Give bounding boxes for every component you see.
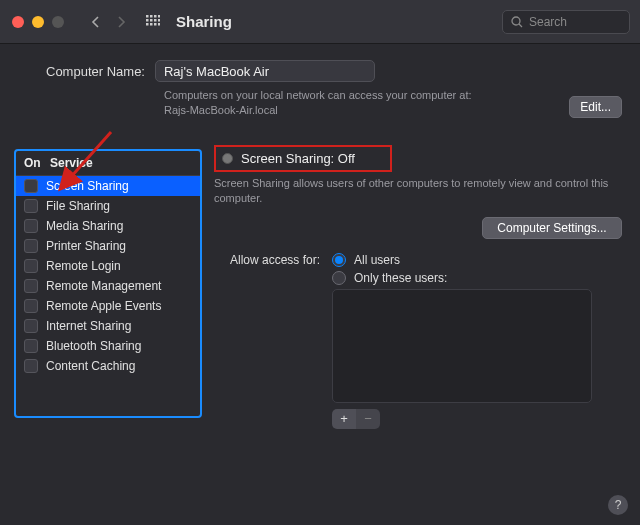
svg-rect-0 bbox=[146, 15, 149, 18]
svg-rect-2 bbox=[154, 15, 157, 18]
service-row[interactable]: Bluetooth Sharing bbox=[16, 336, 200, 356]
svg-line-13 bbox=[519, 24, 522, 27]
svg-rect-11 bbox=[158, 23, 160, 26]
status-text: Screen Sharing: Off bbox=[241, 151, 355, 166]
radio-only-these-users-label: Only these users: bbox=[354, 271, 447, 285]
svg-rect-6 bbox=[154, 19, 157, 22]
service-row[interactable]: Internet Sharing bbox=[16, 316, 200, 336]
svg-rect-10 bbox=[154, 23, 157, 26]
remove-user-button[interactable]: − bbox=[356, 409, 380, 429]
service-row[interactable]: Remote Management bbox=[16, 276, 200, 296]
computer-settings-button[interactable]: Computer Settings... bbox=[482, 217, 622, 239]
chevron-right-icon bbox=[117, 16, 126, 28]
show-all-button[interactable] bbox=[140, 10, 166, 34]
help-button[interactable]: ? bbox=[608, 495, 628, 515]
service-row[interactable]: Media Sharing bbox=[16, 216, 200, 236]
service-enable-checkbox[interactable] bbox=[24, 259, 38, 273]
services-header: On Service bbox=[16, 151, 200, 176]
svg-rect-7 bbox=[158, 19, 160, 22]
service-detail: Screen Sharing: Off Screen Sharing allow… bbox=[214, 149, 626, 429]
computer-name-value: Raj's MacBook Air bbox=[164, 64, 269, 79]
search-placeholder: Search bbox=[529, 15, 567, 29]
service-row[interactable]: Content Caching bbox=[16, 356, 200, 376]
service-row[interactable]: File Sharing bbox=[16, 196, 200, 216]
service-label: Content Caching bbox=[46, 359, 135, 373]
service-description: Screen Sharing allows users of other com… bbox=[214, 176, 614, 207]
service-enable-checkbox[interactable] bbox=[24, 219, 38, 233]
edit-hostname-button[interactable]: Edit... bbox=[569, 96, 622, 118]
service-enable-checkbox[interactable] bbox=[24, 279, 38, 293]
service-label: Internet Sharing bbox=[46, 319, 131, 333]
svg-rect-9 bbox=[150, 23, 153, 26]
service-row[interactable]: Screen Sharing bbox=[16, 176, 200, 196]
users-list[interactable] bbox=[332, 289, 592, 403]
service-enable-checkbox[interactable] bbox=[24, 359, 38, 373]
service-row[interactable]: Remote Apple Events bbox=[16, 296, 200, 316]
add-user-button[interactable]: + bbox=[332, 409, 356, 429]
service-status: Screen Sharing: Off bbox=[214, 145, 392, 172]
radio-all-users-label: All users bbox=[354, 253, 400, 267]
service-enable-checkbox[interactable] bbox=[24, 239, 38, 253]
service-label: Bluetooth Sharing bbox=[46, 339, 141, 353]
service-label: Media Sharing bbox=[46, 219, 123, 233]
service-label: Printer Sharing bbox=[46, 239, 126, 253]
minimize-window-button[interactable] bbox=[32, 16, 44, 28]
network-info: Computers on your local network can acce… bbox=[164, 88, 494, 119]
service-enable-checkbox[interactable] bbox=[24, 199, 38, 213]
close-window-button[interactable] bbox=[12, 16, 24, 28]
service-enable-checkbox[interactable] bbox=[24, 179, 38, 193]
service-enable-checkbox[interactable] bbox=[24, 319, 38, 333]
service-row[interactable]: Printer Sharing bbox=[16, 236, 200, 256]
svg-rect-3 bbox=[158, 15, 160, 18]
allow-access-label: Allow access for: bbox=[214, 253, 320, 429]
titlebar: Sharing Search bbox=[0, 0, 640, 44]
service-label: File Sharing bbox=[46, 199, 110, 213]
service-row[interactable]: Remote Login bbox=[16, 256, 200, 276]
forward-button[interactable] bbox=[108, 10, 134, 34]
computer-name-input[interactable]: Raj's MacBook Air bbox=[155, 60, 375, 82]
svg-rect-1 bbox=[150, 15, 153, 18]
zoom-window-button[interactable] bbox=[52, 16, 64, 28]
chevron-left-icon bbox=[91, 16, 100, 28]
service-label: Remote Apple Events bbox=[46, 299, 161, 313]
svg-rect-5 bbox=[150, 19, 153, 22]
radio-only-these-users[interactable] bbox=[332, 271, 346, 285]
grid-icon bbox=[146, 15, 160, 29]
window-title: Sharing bbox=[176, 13, 232, 30]
col-service-header: Service bbox=[50, 156, 93, 170]
service-label: Screen Sharing bbox=[46, 179, 129, 193]
col-on-header: On bbox=[24, 156, 50, 170]
status-indicator-icon bbox=[222, 153, 233, 164]
svg-point-12 bbox=[512, 17, 520, 25]
radio-all-users[interactable] bbox=[332, 253, 346, 267]
window-controls bbox=[12, 16, 64, 28]
service-enable-checkbox[interactable] bbox=[24, 299, 38, 313]
search-input[interactable]: Search bbox=[502, 10, 630, 34]
service-label: Remote Management bbox=[46, 279, 161, 293]
computer-name-label: Computer Name: bbox=[46, 64, 145, 79]
back-button[interactable] bbox=[82, 10, 108, 34]
svg-rect-8 bbox=[146, 23, 149, 26]
search-icon bbox=[511, 16, 523, 28]
svg-rect-4 bbox=[146, 19, 149, 22]
service-enable-checkbox[interactable] bbox=[24, 339, 38, 353]
services-sidebar: On Service Screen SharingFile SharingMed… bbox=[14, 149, 202, 418]
service-label: Remote Login bbox=[46, 259, 121, 273]
